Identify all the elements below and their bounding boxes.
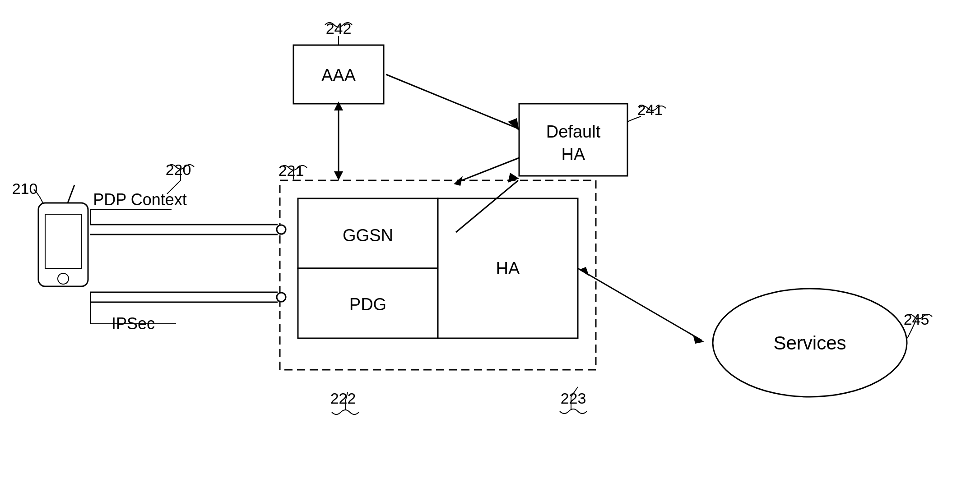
arrow-down-1 <box>334 171 343 180</box>
ha-label: HA <box>496 259 520 278</box>
ref-223-squiggle <box>560 409 587 414</box>
diagram-container: AAA 242 Default HA 241 GGSN PDG HA <box>0 0 980 492</box>
arrow-to-services <box>693 335 704 344</box>
aaa-to-ha-line <box>386 74 518 129</box>
phone-button <box>58 273 69 284</box>
pdp-circle-upper <box>277 225 286 234</box>
phone-screen <box>45 214 81 268</box>
ipsec-circle <box>277 293 286 302</box>
ref-223: 223 <box>561 390 586 407</box>
default-ha-label-2: HA <box>562 145 585 164</box>
phone-antenna <box>68 185 74 203</box>
default-ha-label-1: Default <box>546 122 601 141</box>
ref-220: 220 <box>166 161 191 178</box>
pdp-brace <box>90 210 172 225</box>
ref-241-line <box>627 116 641 122</box>
ref-210: 210 <box>12 180 38 197</box>
aaa-label: AAA <box>321 66 356 85</box>
ref-222: 222 <box>330 390 356 407</box>
ref-222-squiggle <box>332 410 359 414</box>
ref-221: 221 <box>279 162 304 179</box>
ha-to-services-line <box>578 268 702 340</box>
ggsn-label: GGSN <box>343 226 393 245</box>
pdg-label: PDG <box>349 295 386 314</box>
pdp-context-label: PDP Context <box>93 190 186 209</box>
services-label: Services <box>773 332 846 354</box>
